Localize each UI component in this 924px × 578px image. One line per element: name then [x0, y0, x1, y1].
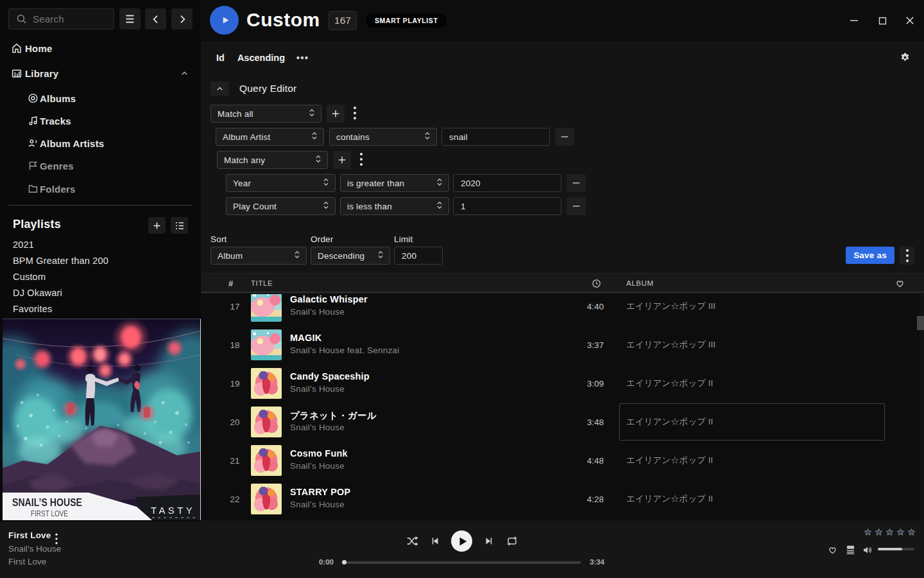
svg-text:TASTY: TASTY	[151, 505, 195, 516]
svg-text:SNAIL’S HOUSE: SNAIL’S HOUSE	[12, 496, 82, 509]
svg-text:FIRST LOVE: FIRST LOVE	[31, 509, 68, 518]
